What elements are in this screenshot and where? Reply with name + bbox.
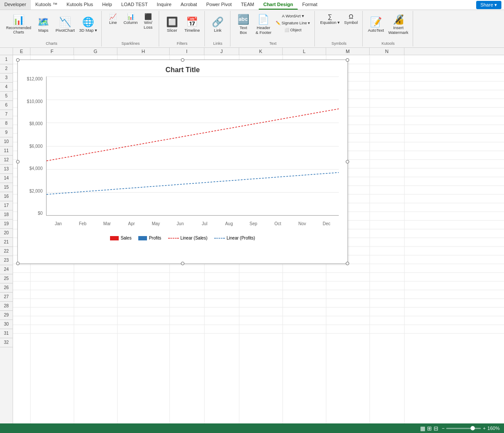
tab-load-test[interactable]: LOAD TEST [117, 0, 153, 10]
legend-label-sales: Sales [120, 236, 131, 240]
symbols-group-label: Symbols [331, 41, 347, 47]
signature-line-button[interactable]: ✏️ Signature Line ▾ [274, 20, 312, 26]
row-14: 14 [0, 174, 13, 183]
x-label-aug: Aug [217, 221, 241, 226]
resize-handle-bl[interactable] [16, 262, 20, 265]
row-21: 21 [0, 238, 13, 247]
legend-color-profits [138, 236, 147, 240]
ribbon-tabs: Developer Kutools ™ Kutools Plus Help LO… [0, 0, 504, 10]
page-break-icon[interactable]: ⊟ [434, 425, 438, 431]
link-icon: 🔗 [212, 17, 224, 27]
ribbon-group-links: 🔗 Link Links [206, 11, 230, 47]
text-group-label: Text [269, 41, 277, 47]
zoom-bar: − + 160% [442, 426, 500, 430]
ribbon-group-kutools: 📝 AutoText 🔏 InsertWatermark Kutools [364, 11, 413, 47]
tab-developer[interactable]: Developer [0, 0, 31, 10]
row-27: 27 [0, 293, 13, 302]
3d-map-icon: 🌐 [82, 17, 94, 27]
row-7: 7 [0, 110, 13, 119]
row-1: 1 [0, 55, 13, 64]
row-15: 15 [0, 183, 13, 192]
col-l: L [283, 48, 326, 55]
chart-plot-area [46, 77, 339, 216]
normal-view-icon[interactable]: ▦ [420, 425, 425, 431]
tab-power-pivot[interactable]: Power Pivot [202, 0, 237, 10]
legend-color-sales [110, 236, 119, 240]
filters-group-label: Filters [177, 41, 187, 47]
share-button[interactable]: Share ▾ [476, 1, 501, 9]
tab-kutools[interactable]: Kutools ™ [31, 0, 62, 10]
resize-handle-tm[interactable] [181, 58, 184, 62]
x-label-may: May [144, 221, 168, 226]
chart-title[interactable]: Chart Title [18, 60, 347, 77]
column-sparkline-button[interactable]: 📊 Column [122, 13, 140, 26]
x-label-jan: Jan [46, 221, 70, 226]
col-k: K [239, 48, 283, 55]
links-group-label: Links [213, 41, 222, 47]
resize-handle-bm[interactable] [181, 262, 184, 265]
col-j: J [204, 48, 239, 55]
text-box-button[interactable]: 🔤 TextBox [234, 13, 253, 37]
slicer-button[interactable]: 🔲 Slicer [163, 13, 182, 37]
insert-watermark-button[interactable]: 🔏 InsertWatermark [387, 13, 410, 37]
row-10: 10 [0, 137, 13, 147]
header-footer-icon: 📄 [257, 15, 269, 24]
maps-icon: 🗺️ [37, 17, 49, 27]
status-right: ▦ ⊞ ⊟ − + 160% [420, 425, 500, 431]
zoom-plus-button[interactable]: + [483, 426, 485, 430]
tab-help[interactable]: Help [98, 0, 117, 10]
tab-kutools-plus[interactable]: Kutools Plus [62, 0, 98, 10]
equation-button[interactable]: ∑ Equation ▾ [318, 13, 341, 26]
tab-format[interactable]: Format [298, 0, 322, 10]
wordart-button[interactable]: A WordArt ▾ [274, 13, 312, 19]
sparklines-group-label: Sparklines [121, 41, 140, 47]
resize-handle-tl[interactable] [16, 58, 20, 62]
object-button[interactable]: ⬜ Object [274, 27, 312, 33]
page-layout-icon[interactable]: ⊞ [427, 425, 432, 431]
tab-inquire[interactable]: Inquire [153, 0, 177, 10]
row-30: 30 [0, 320, 13, 329]
autotext-button[interactable]: 📝 AutoText [366, 13, 386, 37]
ribbon-content: 📊 RecommendedCharts 🗺️ Maps 📉 PivotChart… [0, 10, 504, 47]
col-e: E [13, 48, 30, 55]
col-f: F [30, 48, 74, 55]
col-g: G [74, 48, 117, 55]
header-footer-button[interactable]: 📄 Header& Footer [254, 13, 273, 37]
row-3: 3 [0, 73, 13, 83]
row-18: 18 [0, 210, 13, 220]
resize-handle-br[interactable] [346, 262, 349, 265]
recommended-charts-button[interactable]: 📊 RecommendedCharts [4, 13, 33, 37]
symbol-button[interactable]: Ω Symbol [342, 13, 360, 26]
x-label-mar: Mar [95, 221, 119, 226]
pivot-chart-button[interactable]: 📉 PivotChart [54, 13, 77, 37]
symbol-icon: Ω [349, 13, 353, 20]
tab-team[interactable]: TEAM [237, 0, 259, 10]
column-headers: E F G H I J K L M N [0, 48, 504, 55]
maps-button[interactable]: 🗺️ Maps [34, 13, 53, 37]
3d-map-button[interactable]: 🌐 3D Map ▾ [77, 13, 99, 37]
tab-acrobat[interactable]: Acrobat [176, 0, 202, 10]
recommended-charts-icon: 📊 [13, 15, 24, 25]
row-29: 29 [0, 311, 13, 320]
link-button[interactable]: 🔗 Link [208, 13, 227, 37]
y-label-4000: $4,000 [29, 166, 43, 171]
zoom-slider-thumb[interactable] [471, 426, 475, 430]
row-19: 19 [0, 220, 13, 229]
win-loss-sparkline-button[interactable]: ⬛ Win/Loss [140, 13, 156, 30]
tab-chart-design[interactable]: Chart Design [259, 0, 297, 10]
line-sparkline-button[interactable]: 📈 Line [105, 13, 121, 26]
zoom-minus-button[interactable]: − [442, 426, 444, 430]
row-13: 13 [0, 165, 13, 174]
watermark-icon: 🔏 [393, 15, 404, 24]
view-icons: ▦ ⊞ ⊟ [420, 425, 438, 431]
row-8: 8 [0, 119, 13, 128]
legend-linear-sales: Linear (Sales) [168, 236, 207, 240]
chart-container[interactable]: Chart Title $12,000 $10,000 $8,000 $6,00… [17, 60, 348, 264]
y-label-8000: $8,000 [29, 121, 43, 126]
timeline-button[interactable]: 📅 Timeline [183, 13, 202, 37]
autotext-icon: 📝 [370, 17, 382, 27]
row-12: 12 [0, 156, 13, 165]
kutools-group-label: Kutools [382, 41, 395, 47]
resize-handle-tr[interactable] [346, 58, 349, 62]
zoom-slider-track[interactable] [446, 428, 481, 429]
